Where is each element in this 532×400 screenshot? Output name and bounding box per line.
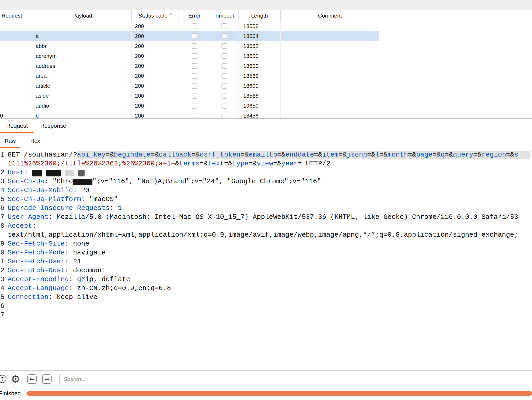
next-match-button[interactable]: → (42, 374, 52, 384)
line-number-gutter: 9 (0, 239, 4, 248)
table-row[interactable]: 6area20018582 (0, 71, 379, 81)
redaction-block (73, 179, 92, 185)
timeout-checkbox[interactable] (221, 43, 227, 49)
line-number-gutter (0, 230, 4, 239)
editor-line: 15Connection: keep-alive (0, 293, 532, 302)
timeout-checkbox[interactable] (221, 83, 227, 89)
editor-line: 1GET /southasian/?api_key=&begindate=&ca… (0, 150, 532, 159)
editor-line: 17 (0, 310, 532, 319)
help-glyph: ? (1, 376, 4, 382)
table-row[interactable]: 9audio20019650 (0, 101, 379, 111)
line-number-gutter: 8 (0, 221, 4, 230)
payload-cell: aside (33, 91, 132, 101)
error-checkbox[interactable] (192, 73, 197, 79)
line-number-gutter: 16 (0, 302, 4, 310)
timeout-checkbox[interactable] (221, 23, 227, 29)
payload-cell: article (33, 81, 132, 91)
column-header-request[interactable]: Request (0, 10, 33, 21)
column-label: Request (2, 13, 22, 19)
tab-hex[interactable]: Hex (26, 133, 45, 148)
comment-cell (281, 81, 379, 91)
line-number-gutter: 2 (0, 168, 4, 177)
length-cell: 18600 (239, 61, 281, 71)
timeout-checkbox[interactable] (221, 53, 227, 59)
line-number-gutter: 4 (0, 186, 4, 195)
error-cell (179, 31, 210, 41)
redaction-block (65, 170, 74, 176)
payload-cell: address (33, 61, 132, 71)
column-header-length[interactable]: Length (239, 10, 281, 21)
tab-label: Request (6, 123, 28, 129)
line-number-gutter: 12 (0, 266, 4, 275)
column-header-comment[interactable]: Comment (281, 10, 379, 21)
window-top-strip (0, 0, 532, 10)
help-icon[interactable]: ? (0, 375, 6, 383)
length-cell: 19650 (239, 101, 281, 111)
error-checkbox[interactable] (192, 33, 197, 39)
line-number-gutter (0, 159, 4, 168)
status-code-cell: 200 (132, 111, 179, 118)
results-body: 1200185582a200185643abbr200185824acronym… (0, 21, 379, 118)
editor-line: 10Sec-Fetch-Mode: navigate (0, 248, 532, 257)
status-code-cell: 200 (132, 81, 179, 91)
comment-cell (281, 31, 379, 41)
gear-icon[interactable]: ⚙ (9, 372, 22, 386)
column-header-timeout[interactable]: Timeout (210, 10, 239, 21)
redaction-block (32, 170, 42, 176)
error-checkbox[interactable] (192, 103, 197, 109)
tab-response[interactable]: Response (34, 119, 73, 133)
sort-asc-icon: ^ (170, 12, 172, 18)
table-row[interactable]: 120018558 (0, 21, 379, 31)
error-checkbox[interactable] (192, 53, 197, 59)
error-checkbox[interactable] (192, 113, 197, 118)
error-cell (179, 91, 210, 101)
editor-line: 12Sec-Fetch-Dest: document (0, 266, 532, 275)
table-row[interactable]: 3abbr20018582 (0, 41, 379, 51)
search-input[interactable] (59, 374, 532, 384)
tab-raw[interactable]: Raw (0, 133, 20, 148)
previous-match-button[interactable]: ← (27, 374, 37, 384)
table-row[interactable]: 2a20018564 (0, 31, 379, 41)
length-cell: 18588 (239, 91, 281, 101)
line-number-gutter: 13 (0, 275, 4, 284)
tab-request[interactable]: Request (0, 119, 34, 133)
column-label: Length (251, 13, 268, 19)
error-checkbox[interactable] (192, 93, 197, 99)
timeout-checkbox[interactable] (221, 63, 227, 69)
timeout-checkbox[interactable] (221, 93, 227, 99)
error-checkbox[interactable] (192, 43, 197, 49)
column-header-status-code[interactable]: Status code ^ (132, 10, 179, 21)
table-row[interactable]: 10b20018456 (0, 111, 379, 118)
line-number-gutter: 15 (0, 293, 4, 302)
timeout-checkbox[interactable] (221, 103, 227, 109)
request-editor[interactable]: 1GET /southasian/?api_key=&begindate=&ca… (0, 148, 532, 370)
comment-cell (281, 71, 379, 81)
status-code-cell: 200 (132, 51, 179, 61)
request-number-cell: 7 (0, 81, 33, 91)
column-header-error[interactable]: Error (179, 10, 210, 21)
request-number-cell: 4 (0, 51, 33, 61)
editor-footer: ? ⚙ ← → (0, 371, 532, 387)
error-cell (179, 61, 210, 71)
comment-cell (281, 21, 379, 31)
length-cell: 18564 (239, 31, 281, 41)
error-checkbox[interactable] (192, 63, 197, 69)
status-code-cell: 200 (132, 91, 179, 101)
timeout-checkbox[interactable] (221, 113, 227, 118)
table-row[interactable]: 7article20018600 (0, 81, 379, 91)
length-cell: 18558 (239, 21, 281, 31)
status-code-cell: 200 (132, 31, 179, 41)
table-row[interactable]: 5address20018600 (0, 61, 379, 71)
timeout-checkbox[interactable] (221, 73, 227, 79)
tab-label: Hex (30, 138, 40, 144)
error-checkbox[interactable] (192, 23, 197, 29)
column-header-payload[interactable]: Payload (33, 10, 132, 21)
comment-cell (281, 41, 379, 51)
timeout-checkbox[interactable] (221, 33, 227, 39)
error-checkbox[interactable] (192, 83, 197, 89)
timeout-cell (210, 91, 239, 101)
payload-cell: area (33, 71, 132, 81)
table-row[interactable]: 4acronym20018600 (0, 51, 379, 61)
line-number-gutter: 7 (0, 213, 4, 221)
table-row[interactable]: 8aside20018588 (0, 91, 379, 101)
